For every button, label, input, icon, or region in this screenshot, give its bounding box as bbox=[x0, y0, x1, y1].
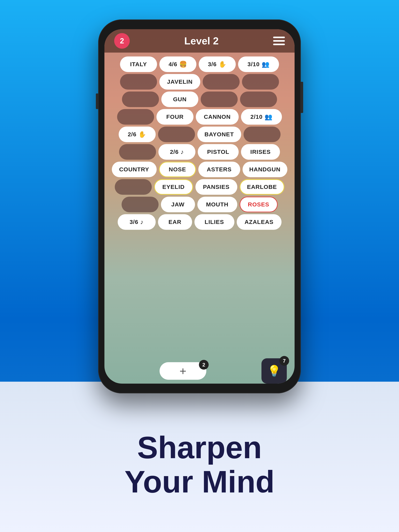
tagline-line2: Your Mind bbox=[124, 465, 275, 499]
game-row-0: ITALY 4/6 🍔 3/6 ✋ 3/10 👥 bbox=[110, 57, 289, 72]
hint-button[interactable]: 💡 7 bbox=[261, 358, 287, 384]
game-row-5: 2/6 ♪ PISTOL IRISES bbox=[110, 144, 289, 160]
hint-badge: 7 bbox=[279, 356, 289, 366]
people-icon: 👥 bbox=[262, 61, 270, 68]
game-area: ITALY 4/6 🍔 3/6 ✋ 3/10 👥 bbox=[104, 53, 295, 358]
music-icon: ♪ bbox=[180, 148, 184, 156]
pill-3of6-music[interactable]: 3/6 ♪ bbox=[118, 214, 156, 230]
pill-azaleas[interactable]: AZALEAS bbox=[237, 214, 282, 230]
pill-blank-2 bbox=[203, 74, 240, 89]
pill-2of10-people[interactable]: 2/10 👥 bbox=[241, 109, 282, 125]
pill-blank-3 bbox=[242, 74, 279, 89]
pill-blank-4 bbox=[122, 92, 159, 107]
menu-line-2 bbox=[273, 40, 285, 42]
game-row-2: GUN bbox=[110, 92, 289, 107]
game-row-7: EYELID PANSIES EARLOBE bbox=[110, 179, 289, 195]
pill-handgun[interactable]: HANDGUN bbox=[243, 162, 287, 177]
hand-icon: ✋ bbox=[219, 61, 227, 68]
pill-country[interactable]: COUNTRY bbox=[112, 162, 157, 177]
pill-javelin[interactable]: JAVELIN bbox=[159, 74, 200, 89]
pill-nose[interactable]: NOSE bbox=[159, 162, 196, 177]
pill-lilies[interactable]: LILIES bbox=[194, 214, 234, 230]
pill-gun[interactable]: GUN bbox=[161, 92, 198, 107]
bottom-bar: + 2 💡 7 bbox=[104, 358, 295, 384]
lives-count: 2 bbox=[120, 37, 124, 45]
menu-button[interactable] bbox=[273, 37, 285, 45]
pill-earlobe[interactable]: EARLOBE bbox=[240, 179, 284, 195]
pill-mouth[interactable]: MOUTH bbox=[197, 197, 237, 212]
level-title: Level 2 bbox=[184, 35, 219, 47]
phone-screen: 2 Level 2 ITALY 4/6 🍔 3/6 bbox=[104, 29, 295, 384]
add-badge: 2 bbox=[199, 360, 209, 370]
pill-ear[interactable]: EAR bbox=[158, 214, 192, 230]
add-icon: + bbox=[180, 364, 186, 378]
pill-four[interactable]: FOUR bbox=[156, 109, 193, 125]
menu-line-1 bbox=[273, 37, 285, 38]
pill-3of10-people[interactable]: 3/10 👥 bbox=[238, 57, 279, 72]
pill-blank-8 bbox=[158, 127, 195, 142]
game-row-1: JAVELIN bbox=[110, 74, 289, 89]
hand-icon-2: ✋ bbox=[138, 131, 146, 138]
side-button-left bbox=[96, 94, 98, 109]
pill-blank-5 bbox=[201, 92, 238, 107]
tagline: Sharpen Your Mind bbox=[124, 430, 275, 499]
pill-bayonet[interactable]: BAYONET bbox=[197, 127, 241, 142]
add-button[interactable]: + 2 bbox=[160, 362, 206, 380]
pill-irises[interactable]: IRISES bbox=[241, 144, 280, 160]
pill-blank-9 bbox=[244, 127, 281, 142]
pill-italy[interactable]: ITALY bbox=[120, 57, 157, 72]
pill-pansies[interactable]: PANSIES bbox=[195, 179, 237, 195]
side-button-right bbox=[301, 82, 303, 113]
pill-3of6-hand[interactable]: 3/6 ✋ bbox=[199, 57, 236, 72]
pill-blank-12 bbox=[122, 197, 159, 212]
pill-blank-10 bbox=[119, 144, 156, 160]
people-icon-2: 👥 bbox=[264, 113, 273, 120]
pill-blank-1 bbox=[120, 74, 157, 89]
pill-jaw[interactable]: JAW bbox=[161, 197, 195, 212]
pill-pistol[interactable]: PISTOL bbox=[198, 144, 239, 160]
game-row-4: 2/6 ✋ BAYONET bbox=[110, 127, 289, 142]
game-row-8: JAW MOUTH ROSES bbox=[110, 197, 289, 212]
header: 2 Level 2 bbox=[104, 29, 295, 53]
pill-cannon[interactable]: CANNON bbox=[196, 109, 239, 125]
pill-2of6-music[interactable]: 2/6 ♪ bbox=[158, 144, 195, 160]
game-row-6: COUNTRY NOSE ASTERS HANDGUN bbox=[110, 162, 289, 177]
tagline-area: Sharpen Your Mind bbox=[0, 382, 399, 532]
game-row-9: 3/6 ♪ EAR LILIES AZALEAS bbox=[110, 214, 289, 230]
pill-blank-7 bbox=[117, 109, 154, 125]
phone-wrapper: 2 Level 2 ITALY 4/6 🍔 3/6 bbox=[98, 19, 301, 393]
pill-4of6-burger[interactable]: 4/6 🍔 bbox=[159, 57, 196, 72]
pill-asters[interactable]: ASTERS bbox=[198, 162, 240, 177]
pill-blank-6 bbox=[240, 92, 277, 107]
pill-2of6-hand[interactable]: 2/6 ✋ bbox=[119, 127, 156, 142]
lives-badge: 2 bbox=[114, 33, 130, 49]
game-row-3: FOUR CANNON 2/10 👥 bbox=[110, 109, 289, 125]
music-icon-2: ♪ bbox=[140, 218, 144, 226]
burger-icon: 🍔 bbox=[179, 61, 187, 68]
hint-icon: 💡 bbox=[267, 365, 281, 377]
pill-eyelid[interactable]: EYELID bbox=[154, 179, 193, 195]
menu-line-3 bbox=[273, 44, 285, 45]
pill-roses[interactable]: ROSES bbox=[240, 197, 278, 212]
tagline-line1: Sharpen bbox=[124, 430, 275, 465]
pill-blank-11 bbox=[115, 179, 152, 195]
